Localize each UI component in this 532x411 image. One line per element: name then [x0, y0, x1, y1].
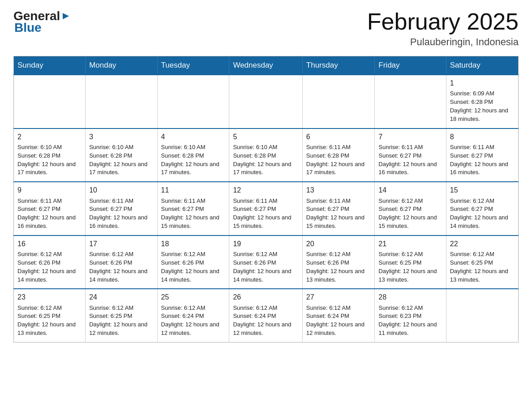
day-info-line: Daylight: 12 hours and 17 minutes.: [89, 160, 153, 177]
calendar-cell: 11Sunrise: 6:11 AMSunset: 6:27 PMDayligh…: [157, 182, 229, 235]
day-info-line: Sunset: 6:27 PM: [450, 205, 515, 214]
calendar-table: Sunday Monday Tuesday Wednesday Thursday…: [13, 56, 519, 342]
calendar-week-row: 2Sunrise: 6:10 AMSunset: 6:28 PMDaylight…: [14, 128, 519, 182]
day-info-line: Sunset: 6:27 PM: [161, 205, 226, 214]
calendar-cell: [446, 289, 518, 342]
calendar-cell: 22Sunrise: 6:12 AMSunset: 6:25 PMDayligh…: [446, 235, 518, 289]
day-info-line: Daylight: 12 hours and 16 minutes.: [378, 160, 442, 177]
day-info-line: Sunrise: 6:11 AM: [233, 197, 298, 206]
day-info-line: Daylight: 12 hours and 13 minutes.: [378, 267, 442, 284]
calendar-cell: 28Sunrise: 6:12 AMSunset: 6:23 PMDayligh…: [375, 289, 446, 342]
day-info-line: Sunset: 6:27 PM: [306, 205, 371, 214]
header-row: Sunday Monday Tuesday Wednesday Thursday…: [14, 56, 519, 75]
header-saturday: Saturday: [446, 56, 518, 75]
calendar-cell: 6Sunrise: 6:11 AMSunset: 6:28 PMDaylight…: [302, 128, 375, 182]
header-wednesday: Wednesday: [229, 56, 302, 75]
day-info-line: Sunset: 6:28 PM: [233, 152, 298, 160]
calendar-header: Sunday Monday Tuesday Wednesday Thursday…: [14, 56, 519, 75]
day-info-line: Sunset: 6:25 PM: [17, 312, 82, 321]
header-monday: Monday: [86, 56, 157, 75]
day-info-line: Sunrise: 6:10 AM: [161, 143, 226, 152]
day-info-line: Sunrise: 6:11 AM: [17, 197, 82, 206]
day-info-line: Daylight: 12 hours and 14 minutes.: [161, 267, 226, 284]
day-info-line: Sunrise: 6:12 AM: [306, 304, 371, 313]
day-info-line: Sunrise: 6:11 AM: [306, 143, 371, 152]
day-info-line: Sunrise: 6:12 AM: [450, 197, 515, 206]
calendar-cell: 16Sunrise: 6:12 AMSunset: 6:26 PMDayligh…: [14, 235, 86, 289]
logo-arrow-icon: [61, 11, 71, 21]
header-tuesday: Tuesday: [157, 56, 229, 75]
calendar-cell: 10Sunrise: 6:11 AMSunset: 6:27 PMDayligh…: [86, 182, 157, 235]
day-info-line: Sunrise: 6:12 AM: [450, 250, 515, 259]
calendar-cell: 24Sunrise: 6:12 AMSunset: 6:25 PMDayligh…: [86, 289, 157, 342]
day-info-line: Daylight: 12 hours and 16 minutes.: [17, 214, 82, 231]
calendar-cell: 23Sunrise: 6:12 AMSunset: 6:25 PMDayligh…: [14, 289, 86, 342]
day-info-line: Daylight: 12 hours and 16 minutes.: [89, 214, 153, 231]
calendar-cell: 18Sunrise: 6:12 AMSunset: 6:26 PMDayligh…: [157, 235, 229, 289]
day-info-line: Daylight: 12 hours and 14 minutes.: [450, 214, 515, 231]
day-number: 14: [378, 185, 442, 195]
day-info-line: Sunrise: 6:12 AM: [378, 197, 442, 206]
day-info-line: Sunset: 6:27 PM: [89, 205, 153, 214]
day-info-line: Sunset: 6:28 PM: [450, 98, 515, 107]
day-info-line: Sunset: 6:27 PM: [378, 205, 442, 214]
day-number: 6: [306, 132, 371, 142]
logo-blue-text: Blue: [14, 21, 42, 35]
day-info-line: Sunset: 6:26 PM: [306, 259, 371, 267]
header-friday: Friday: [375, 56, 446, 75]
day-number: 21: [378, 239, 442, 249]
day-number: 24: [89, 292, 153, 302]
day-number: 23: [17, 292, 82, 302]
calendar-body: 1Sunrise: 6:09 AMSunset: 6:28 PMDaylight…: [14, 75, 519, 342]
calendar-cell: 8Sunrise: 6:11 AMSunset: 6:27 PMDaylight…: [446, 128, 518, 182]
calendar-cell: 13Sunrise: 6:11 AMSunset: 6:27 PMDayligh…: [302, 182, 375, 235]
day-info-line: Sunrise: 6:12 AM: [161, 304, 226, 313]
calendar-cell: 26Sunrise: 6:12 AMSunset: 6:24 PMDayligh…: [229, 289, 302, 342]
calendar-cell: [86, 75, 157, 128]
day-number: 15: [450, 185, 515, 195]
day-info-line: Daylight: 12 hours and 15 minutes.: [378, 214, 442, 231]
month-title: February 2025: [367, 9, 519, 34]
day-info-line: Daylight: 12 hours and 13 minutes.: [17, 321, 82, 338]
day-info-line: Sunrise: 6:11 AM: [450, 143, 515, 152]
calendar-cell: [14, 75, 86, 128]
day-info-line: Daylight: 12 hours and 14 minutes.: [89, 267, 153, 284]
day-number: 26: [233, 292, 298, 302]
day-info-line: Sunrise: 6:12 AM: [17, 304, 82, 313]
calendar-cell: [229, 75, 302, 128]
calendar-cell: [375, 75, 446, 128]
day-info-line: Daylight: 12 hours and 17 minutes.: [17, 160, 82, 177]
logo: General Blue: [13, 9, 71, 35]
day-info-line: Sunset: 6:24 PM: [233, 312, 298, 321]
day-number: 28: [378, 292, 442, 302]
day-info-line: Sunset: 6:26 PM: [17, 259, 82, 267]
calendar-cell: 19Sunrise: 6:12 AMSunset: 6:26 PMDayligh…: [229, 235, 302, 289]
calendar-cell: 21Sunrise: 6:12 AMSunset: 6:25 PMDayligh…: [375, 235, 446, 289]
day-number: 11: [161, 185, 226, 195]
day-info-line: Daylight: 12 hours and 14 minutes.: [17, 267, 82, 284]
day-number: 19: [233, 239, 298, 249]
day-info-line: Sunrise: 6:11 AM: [89, 197, 153, 206]
day-info-line: Sunrise: 6:11 AM: [378, 143, 442, 152]
day-info-line: Daylight: 12 hours and 15 minutes.: [233, 214, 298, 231]
day-info-line: Sunrise: 6:10 AM: [233, 143, 298, 152]
day-info-line: Sunrise: 6:12 AM: [378, 250, 442, 259]
day-info-line: Sunset: 6:24 PM: [306, 312, 371, 321]
day-info-line: Sunset: 6:26 PM: [161, 259, 226, 267]
day-number: 2: [17, 132, 82, 142]
day-info-line: Sunrise: 6:12 AM: [306, 250, 371, 259]
day-info-line: Sunrise: 6:11 AM: [161, 197, 226, 206]
day-number: 8: [450, 132, 515, 142]
calendar-cell: 9Sunrise: 6:11 AMSunset: 6:27 PMDaylight…: [14, 182, 86, 235]
calendar-week-row: 9Sunrise: 6:11 AMSunset: 6:27 PMDaylight…: [14, 182, 519, 235]
day-info-line: Daylight: 12 hours and 13 minutes.: [450, 267, 515, 284]
header-sunday: Sunday: [14, 56, 86, 75]
day-info-line: Daylight: 12 hours and 17 minutes.: [306, 160, 371, 177]
calendar-cell: 7Sunrise: 6:11 AMSunset: 6:27 PMDaylight…: [375, 128, 446, 182]
day-info-line: Sunset: 6:26 PM: [233, 259, 298, 267]
day-info-line: Sunset: 6:28 PM: [89, 152, 153, 160]
day-info-line: Sunset: 6:28 PM: [161, 152, 226, 160]
day-info-line: Sunset: 6:27 PM: [233, 205, 298, 214]
day-info-line: Daylight: 12 hours and 17 minutes.: [233, 160, 298, 177]
day-info-line: Sunset: 6:25 PM: [89, 312, 153, 321]
